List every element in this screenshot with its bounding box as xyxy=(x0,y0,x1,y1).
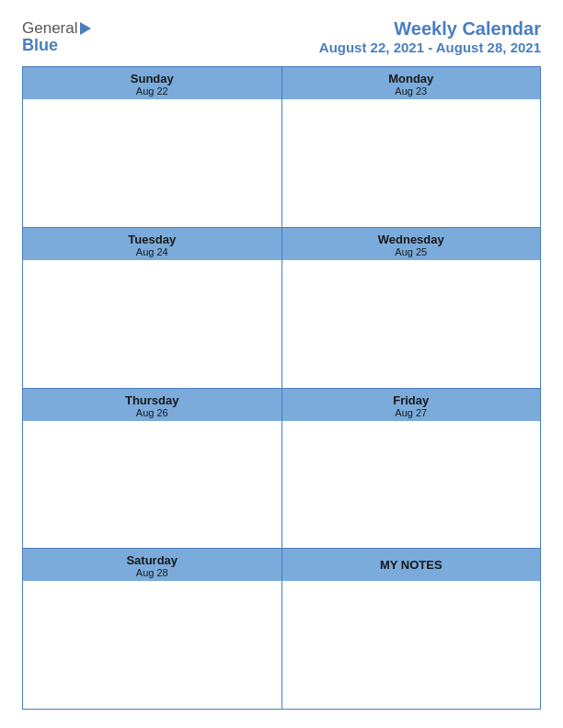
day-cell-saturday: Saturday Aug 28 xyxy=(23,549,282,709)
my-notes-cell: MY NOTES xyxy=(282,549,541,709)
day-cell-wednesday: Wednesday Aug 25 xyxy=(282,228,541,388)
day-content-monday xyxy=(282,99,541,227)
day-date-friday: Aug 27 xyxy=(282,407,541,418)
day-name-sunday: Sunday xyxy=(23,72,282,85)
day-name-monday: Monday xyxy=(282,72,541,85)
day-name-thursday: Thursday xyxy=(23,393,282,407)
day-date-tuesday: Aug 24 xyxy=(23,246,282,257)
day-content-wednesday xyxy=(282,260,541,388)
header: General Blue Weekly Calendar August 22, … xyxy=(22,18,541,55)
day-content-thursday xyxy=(23,421,282,549)
logo: General Blue xyxy=(22,20,92,54)
page: General Blue Weekly Calendar August 22, … xyxy=(0,0,563,728)
day-name-friday: Friday xyxy=(282,393,541,407)
day-cell-friday: Friday Aug 27 xyxy=(282,389,541,549)
day-date-saturday: Aug 28 xyxy=(23,567,282,578)
logo-blue-text: Blue xyxy=(22,37,58,53)
logo-triangle-icon xyxy=(80,22,91,35)
day-header-tuesday: Tuesday Aug 24 xyxy=(23,228,282,260)
day-content-saturday xyxy=(23,581,282,709)
calendar-row-3: Thursday Aug 26 Friday Aug 27 xyxy=(23,389,540,550)
day-header-friday: Friday Aug 27 xyxy=(282,389,541,421)
day-cell-thursday: Thursday Aug 26 xyxy=(23,389,282,549)
day-cell-sunday: Sunday Aug 22 xyxy=(23,67,282,227)
day-content-tuesday xyxy=(23,260,282,388)
title-container: Weekly Calendar August 22, 2021 - August… xyxy=(319,18,541,55)
day-cell-monday: Monday Aug 23 xyxy=(282,67,541,227)
day-cell-tuesday: Tuesday Aug 24 xyxy=(23,228,282,388)
calendar-title: Weekly Calendar xyxy=(319,18,541,40)
calendar-row-1: Sunday Aug 22 Monday Aug 23 xyxy=(23,67,540,228)
calendar-grid: Sunday Aug 22 Monday Aug 23 Tuesday Aug … xyxy=(22,66,541,710)
day-name-saturday: Saturday xyxy=(23,553,282,567)
day-header-wednesday: Wednesday Aug 25 xyxy=(282,228,541,260)
day-content-friday xyxy=(282,421,541,549)
notes-header: MY NOTES xyxy=(282,549,541,581)
day-header-sunday: Sunday Aug 22 xyxy=(23,67,282,99)
logo-general-text: General xyxy=(22,20,77,38)
day-date-sunday: Aug 22 xyxy=(23,85,282,97)
day-name-wednesday: Wednesday xyxy=(282,233,541,246)
day-date-wednesday: Aug 25 xyxy=(282,246,541,257)
day-date-monday: Aug 23 xyxy=(282,85,541,97)
day-header-monday: Monday Aug 23 xyxy=(282,67,541,99)
notes-content xyxy=(282,581,541,709)
day-header-saturday: Saturday Aug 28 xyxy=(23,549,282,581)
calendar-date-range: August 22, 2021 - August 28, 2021 xyxy=(319,40,541,55)
day-content-sunday xyxy=(23,99,282,227)
day-name-tuesday: Tuesday xyxy=(23,233,282,246)
day-date-thursday: Aug 26 xyxy=(23,407,282,418)
calendar-row-4: Saturday Aug 28 MY NOTES xyxy=(23,549,540,709)
notes-label: MY NOTES xyxy=(380,558,442,572)
day-header-thursday: Thursday Aug 26 xyxy=(23,389,282,421)
calendar-row-2: Tuesday Aug 24 Wednesday Aug 25 xyxy=(23,228,540,389)
